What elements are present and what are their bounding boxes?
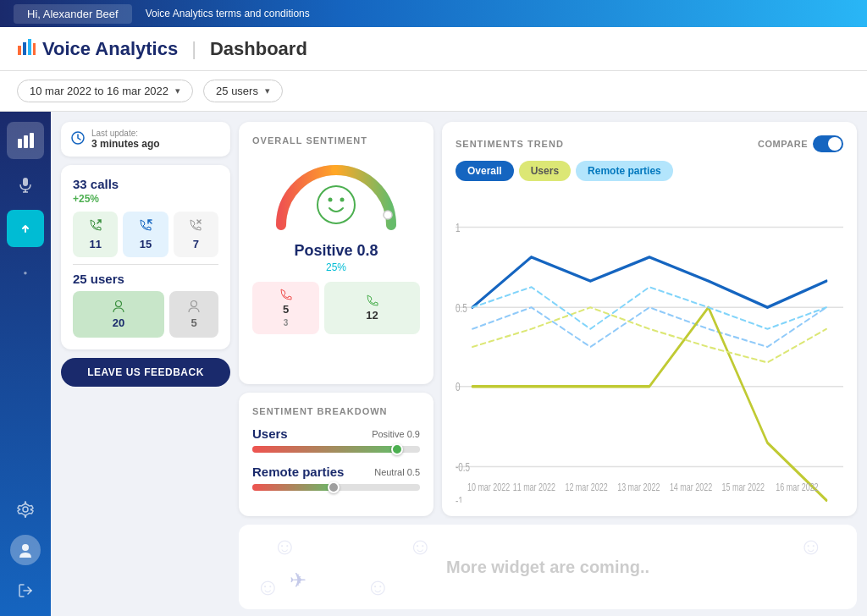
negative-sentiment-bar: 5 3 <box>252 282 319 334</box>
user-bar-inactive: 5 <box>169 291 218 338</box>
emoji-watermark-1: ☺ <box>273 533 297 560</box>
emoji-watermark-5: ☺ <box>366 574 390 601</box>
svg-point-11 <box>23 507 28 512</box>
svg-rect-2 <box>28 39 31 55</box>
svg-rect-7 <box>23 178 28 186</box>
coming-soon-widget: ☺ ☺ ☺ ☺ ☺ ✈ More widget are coming.. <box>239 525 857 609</box>
gauge-svg <box>268 156 404 232</box>
overall-sentiment-card: OVERALL SENTIMENT <box>239 122 434 384</box>
call-bar-incoming: 11 <box>73 212 118 257</box>
compare-toggle-switch[interactable] <box>813 135 843 152</box>
svg-text:12 mar 2022: 12 mar 2022 <box>565 481 607 492</box>
svg-text:13 mar 2022: 13 mar 2022 <box>617 481 660 492</box>
terms-link[interactable]: Voice Analytics terms and conditions <box>146 8 310 19</box>
svg-rect-4 <box>18 139 22 148</box>
remote-parties-breakdown-name: Remote parties <box>252 465 344 479</box>
app-header: Voice Analytics | Dashboard <box>0 27 867 71</box>
remote-parties-progress-track <box>252 484 420 491</box>
date-range-filter[interactable]: 10 mar 2022 to 16 mar 2022 ▾ <box>17 80 193 102</box>
breakdown-label: SENTIMENT BREAKDOWN <box>252 406 420 416</box>
user-bars: 20 5 <box>73 291 218 338</box>
phone-red-icon <box>280 289 292 300</box>
emoji-watermark-4: ☺ <box>256 574 280 601</box>
svg-rect-3 <box>33 43 36 55</box>
svg-text:11 mar 2022: 11 mar 2022 <box>513 481 555 492</box>
trend-tabs: Overall Users Remote parties <box>456 161 843 181</box>
sidebar-item-voice[interactable] <box>7 166 44 203</box>
users-filter-label: 25 users <box>216 85 258 97</box>
app-title: Voice Analytics | Dashboard <box>17 37 307 61</box>
date-range-label: 10 mar 2022 to 16 mar 2022 <box>30 85 168 97</box>
phone-green-icon <box>367 294 378 306</box>
svg-point-20 <box>318 186 355 223</box>
tab-overall[interactable]: Overall <box>456 161 514 181</box>
call-bar-outgoing: 15 <box>123 212 168 257</box>
last-update-badge: Last update: 3 minutes ago <box>61 122 230 157</box>
send-icon: ✈ <box>290 569 306 592</box>
main-layout: ● Las <box>0 112 867 616</box>
tab-remote-parties[interactable]: Remote parties <box>576 161 673 181</box>
svg-rect-5 <box>24 135 28 148</box>
users-filter[interactable]: 25 users ▾ <box>203 80 283 102</box>
calls-card: 33 calls +25% 11 1 <box>61 165 230 349</box>
chart-icon <box>17 37 36 61</box>
positive-sentiment-bar: 12 <box>324 282 420 334</box>
phone-missed-icon <box>189 218 202 234</box>
sidebar-item-settings[interactable] <box>7 491 44 528</box>
phone-incoming-icon <box>89 218 102 234</box>
svg-point-21 <box>329 198 333 202</box>
svg-rect-0 <box>18 46 21 55</box>
trend-chart-svg: 1 0.5 0 -0.5 -1 <box>456 191 843 503</box>
divider <box>73 264 218 265</box>
sidebar-item-logout[interactable] <box>7 572 44 609</box>
sentiment-value-label: Positive 0.8 <box>252 242 420 260</box>
users-progress-fill <box>252 446 400 453</box>
users-progress-dot <box>391 443 403 455</box>
svg-text:16 mar 2022: 16 mar 2022 <box>776 481 818 492</box>
users-breakdown-score: Positive 0.9 <box>372 429 420 439</box>
svg-rect-6 <box>30 133 34 148</box>
user-bar-active: 20 <box>73 291 164 338</box>
svg-text:0: 0 <box>456 381 461 394</box>
tab-users[interactable]: Users <box>519 161 571 181</box>
person-gray-icon <box>187 300 201 313</box>
svg-point-22 <box>340 198 345 202</box>
compare-toggle[interactable]: COMPARE <box>758 135 843 152</box>
content-area: Last update: 3 minutes ago 33 calls +25%… <box>51 112 867 616</box>
last-update-info: Last update: 3 minutes ago <box>91 129 160 150</box>
coming-soon-text: More widget are coming.. <box>446 558 649 577</box>
sidebar: ● <box>0 112 51 616</box>
chevron-down-icon: ▾ <box>175 85 180 96</box>
sidebar-item-dot[interactable]: ● <box>7 254 44 291</box>
overall-sentiment-label: OVERALL SENTIMENT <box>252 135 420 146</box>
remote-parties-progress-fill <box>252 484 336 491</box>
svg-point-19 <box>384 211 392 219</box>
remote-parties-progress-dot <box>328 481 340 493</box>
avatar[interactable] <box>10 535 41 565</box>
svg-point-12 <box>22 544 29 551</box>
gauge-container <box>252 156 420 232</box>
filters-row: 10 mar 2022 to 16 mar 2022 ▾ 25 users ▾ <box>0 71 867 112</box>
left-panel: Last update: 3 minutes ago 33 calls +25%… <box>61 122 230 516</box>
emoji-watermark-3: ☺ <box>798 533 823 560</box>
greeting-label: Hi, Alexander Beef <box>14 4 132 24</box>
sidebar-item-dashboard[interactable] <box>7 122 44 159</box>
svg-text:-0.5: -0.5 <box>456 460 470 474</box>
svg-text:0.5: 0.5 <box>456 301 467 315</box>
dashboard-label: Dashboard <box>210 38 307 60</box>
svg-text:14 mar 2022: 14 mar 2022 <box>670 481 712 492</box>
call-bar-missed: 7 <box>174 212 218 257</box>
sidebar-item-upload[interactable] <box>7 210 44 247</box>
trend-label: SENTIMENTS TREND <box>456 139 564 149</box>
chart-area: 1 0.5 0 -0.5 -1 <box>456 191 843 503</box>
svg-text:-1: -1 <box>456 494 463 503</box>
phone-outgoing-icon <box>139 218 152 234</box>
remote-parties-breakdown-score: Neutral 0.5 <box>374 467 420 477</box>
svg-point-17 <box>116 301 122 307</box>
leave-feedback-button[interactable]: LEAVE US FEEDBACK <box>61 358 230 387</box>
clock-icon <box>71 131 85 148</box>
call-bars: 11 15 7 <box>73 212 218 257</box>
title-divider: | <box>191 38 196 60</box>
sentiment-pct-label: 25% <box>252 261 420 273</box>
person-icon <box>112 300 125 313</box>
